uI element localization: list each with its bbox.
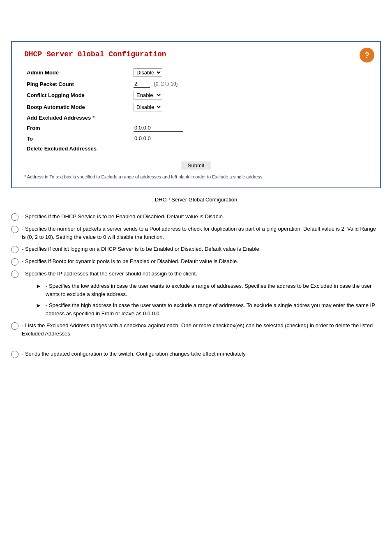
to-input[interactable]	[134, 135, 183, 142]
description-list: - Specifies if the DHCP Service is to be…	[11, 213, 381, 278]
delete-excluded-label: Delete Excluded Addresses	[24, 144, 131, 153]
arrow-icon-2: ➤	[36, 301, 42, 310]
conflict-logging-select[interactable]: Enable Disable	[134, 91, 162, 99]
ping-range-hint: {0, 2 to 10}	[154, 81, 178, 87]
sub-description-list: ➤ - Specifies the low address in case th…	[36, 282, 381, 317]
conflict-logging-label: Conflict Logging Mode	[24, 89, 131, 101]
delete-excluded-row: Delete Excluded Addresses	[24, 144, 368, 153]
desc-item-4: - Specifies if Bootp for dynamic pools i…	[11, 257, 381, 266]
ping-packet-row: Ping Packet Count {0, 2 to 10}	[24, 79, 368, 89]
bullet-icon-4	[11, 258, 18, 266]
bootp-mode-row: Bootp Automatic Mode Disable Enable	[24, 101, 368, 113]
desc-text-1: - Specifies if the DHCP Service is to be…	[22, 213, 381, 221]
admin-mode-select[interactable]: Disable Enable	[134, 68, 162, 77]
conflict-logging-row: Conflict Logging Mode Enable Disable	[24, 89, 368, 101]
config-form: Admin Mode Disable Enable Ping Packet Co…	[24, 67, 368, 153]
from-row: From	[24, 123, 368, 133]
sub-desc-text-1: - Specifies the low address in case the …	[46, 282, 381, 298]
from-input[interactable]	[134, 124, 183, 132]
to-label: To	[24, 133, 131, 144]
desc-item-3: - Specifies if conflict logging on a DHC…	[11, 245, 381, 253]
submit-row: Submit	[24, 161, 368, 170]
bootp-mode-label: Bootp Automatic Mode	[24, 101, 131, 113]
help-icon[interactable]: ?	[360, 48, 374, 62]
submit-button[interactable]: Submit	[181, 161, 211, 170]
extra-bullet-icon-2	[11, 351, 18, 358]
arrow-icon-1: ➤	[36, 282, 42, 291]
bullet-icon-5	[11, 271, 18, 278]
extra-description-list: - Lists the Excluded Address ranges with…	[11, 321, 381, 358]
sub-desc-item-1: ➤ - Specifies the low address in case th…	[36, 282, 381, 298]
extra-desc-item-1: - Lists the Excluded Address ranges with…	[11, 321, 381, 338]
admin-mode-row: Admin Mode Disable Enable	[24, 67, 368, 79]
from-label: From	[24, 123, 131, 133]
sub-desc-item-2: ➤ - Specifies the high address in case t…	[36, 301, 381, 317]
desc-text-5: - Specifies the IP addresses that the se…	[22, 270, 381, 278]
admin-mode-label: Admin Mode	[24, 67, 131, 79]
desc-text-2: - Specifies the number of packets a serv…	[22, 225, 381, 241]
desc-text-4: - Specifies if Bootp for dynamic pools i…	[22, 257, 381, 266]
desc-item-2: - Specifies the number of packets a serv…	[11, 225, 381, 241]
desc-item-5: - Specifies the IP addresses that the se…	[11, 270, 381, 278]
to-row: To	[24, 133, 368, 144]
asterisk-marker: *	[92, 115, 95, 121]
extra-bullet-icon-1	[11, 322, 18, 330]
ping-packet-label: Ping Packet Count	[24, 79, 131, 89]
bullet-icon-3	[11, 246, 18, 253]
add-excluded-label: Add Excluded Addresses*	[24, 113, 131, 123]
config-panel: DHCP Server Global Configuration ? Admin…	[11, 41, 381, 188]
bootp-mode-select[interactable]: Disable Enable	[134, 103, 162, 111]
desc-text-3: - Specifies if conflict logging on a DHC…	[22, 245, 381, 253]
desc-item-1: - Specifies if the DHCP Service is to be…	[11, 213, 381, 221]
sub-desc-text-2: - Specifies the high address in case the…	[46, 301, 381, 317]
extra-desc-text-2: - Sends the updated configuration to the…	[22, 350, 381, 358]
footnote-text: * Address in To text box is specified to…	[24, 174, 368, 179]
bullet-icon-1	[11, 213, 18, 221]
extra-desc-text-1: - Lists the Excluded Address ranges with…	[22, 321, 381, 338]
extra-desc-item-2: - Sends the updated configuration to the…	[11, 350, 381, 358]
add-excluded-row: Add Excluded Addresses*	[24, 113, 368, 123]
page-caption: DHCP Server Global Configuration	[11, 197, 381, 203]
ping-packet-input[interactable]	[134, 80, 150, 88]
bullet-icon-2	[11, 226, 18, 233]
panel-title: DHCP Server Global Configuration	[24, 50, 368, 58]
